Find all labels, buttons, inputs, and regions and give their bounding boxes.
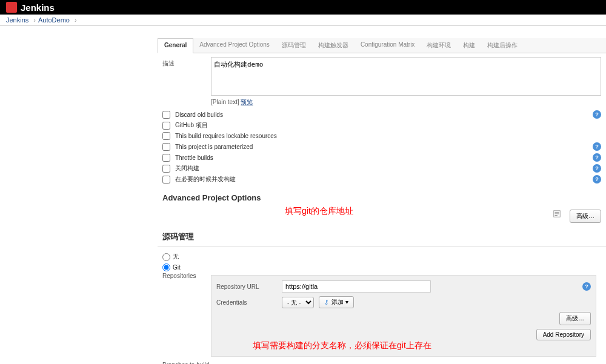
breadcrumb-root[interactable]: Jenkins [6,16,28,24]
concurrent-build-checkbox[interactable] [162,176,170,184]
general-section: 描述 自动化构建demo [Plain text] 预览 Discard old… [158,53,606,188]
scm-git-radio[interactable] [162,263,170,271]
help-icon[interactable]: ? [593,175,601,184]
close-build-label: 关闭构建 [175,164,199,173]
tab-postbuild[interactable]: 构建后操作 [481,38,524,53]
tab-advanced[interactable]: Advanced Project Options [193,38,276,53]
lockable-resources-label: This build requires lockable resources [175,133,277,139]
description-label: 描述 [162,57,211,68]
add-repository-button[interactable]: Add Repository [536,329,591,340]
topbar-title: Jenkins [21,2,55,13]
notepad-icon [553,210,561,218]
description-textarea[interactable]: 自动化构建demo [211,57,601,96]
github-project-label: GitHub 项目 [175,121,208,130]
scm-none-radio[interactable] [162,253,170,261]
discard-old-builds-checkbox[interactable] [162,111,170,119]
help-icon[interactable]: ? [593,142,601,151]
tab-matrix[interactable]: Configuration Matrix [355,38,421,53]
key-icon: ⚷ [324,299,328,305]
add-credentials-button[interactable]: ⚷ 添加 ▾ [319,296,354,308]
advanced-repo-button[interactable]: 高级… [559,312,591,325]
parameterized-checkbox[interactable] [162,143,170,151]
plain-text-label: [Plain text] [211,99,239,105]
close-build-checkbox[interactable] [162,165,170,173]
credentials-select[interactable]: - 无 - [282,297,314,308]
tab-build[interactable]: 构建 [457,38,481,53]
discard-old-builds-label: Discard old builds [175,111,223,118]
repo-url-input[interactable] [282,280,431,293]
branches-label: Branches to build [162,362,211,364]
breadcrumb-item[interactable]: AutoDemo [38,16,70,24]
tab-triggers[interactable]: 构建触发器 [312,38,355,53]
breadcrumb-sep-icon: › [75,16,77,24]
tab-buildenv[interactable]: 构建环境 [421,38,457,53]
tab-general[interactable]: General [158,38,193,53]
credentials-label: Credentials [216,299,277,306]
repo-url-label: Repository URL [216,283,277,290]
annotation-branch: 填写需要构建的分支名称，必须保证在git上存在 [253,340,606,351]
repositories-label: Repositories [162,273,211,359]
preview-link[interactable]: 预览 [241,99,253,105]
main-content: General Advanced Project Options 源码管理 构建… [0,38,606,364]
throttle-builds-checkbox[interactable] [162,154,170,162]
breadcrumb: Jenkins › AutoDemo › [0,15,606,26]
topbar: Jenkins [0,0,606,15]
breadcrumb-sep-icon: › [33,16,36,24]
github-project-checkbox[interactable] [162,122,170,130]
parameterized-label: This project is parameterized [175,144,253,150]
config-tabs: General Advanced Project Options 源码管理 构建… [158,38,606,53]
lockable-resources-checkbox[interactable] [162,132,170,140]
throttle-builds-label: Throttle builds [175,154,213,161]
help-icon[interactable]: ? [593,110,601,119]
tab-scm[interactable]: 源码管理 [276,38,312,53]
advanced-section-title: Advanced Project Options [158,188,606,206]
scm-none-label: 无 [173,253,179,261]
jenkins-logo-icon [6,2,17,13]
concurrent-build-label: 在必要的时候并发构建 [175,175,236,184]
scm-git-label: Git [173,264,181,271]
scm-section-title: 源码管理 [158,227,606,247]
help-icon[interactable]: ? [582,282,591,291]
help-icon[interactable]: ? [593,153,601,162]
help-icon[interactable]: ? [593,164,601,173]
advanced-button[interactable]: 高级… [570,210,601,223]
